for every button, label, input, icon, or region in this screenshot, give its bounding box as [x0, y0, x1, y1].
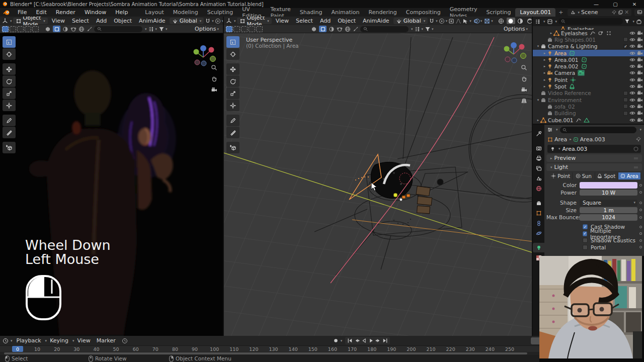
id-name-field[interactable]: ▾ Area.003 [547, 145, 641, 153]
render-visibility-toggle[interactable] [637, 90, 643, 96]
render-visibility-toggle[interactable] [637, 63, 643, 69]
animate-decorator[interactable] [639, 246, 642, 248]
tool-select-box[interactable] [3, 36, 16, 48]
viewport-menu-view[interactable]: View [273, 18, 292, 24]
workspace-tab-active[interactable]: Layout.001 [515, 8, 555, 17]
hide-toggle[interactable] [629, 104, 635, 110]
checkbox-multiple-importance[interactable]: ✓ [583, 231, 587, 236]
workspace-tab[interactable]: Animation [327, 8, 364, 17]
monkey-toggle[interactable] [337, 26, 343, 32]
menu-edit[interactable]: Edit [31, 9, 51, 16]
menu-window[interactable]: Window [80, 9, 111, 16]
light-type-spot[interactable]: Spot [595, 172, 618, 179]
tool-measure[interactable] [3, 127, 16, 138]
hide-toggle[interactable] [629, 30, 635, 36]
workspace-tab[interactable]: Shading [295, 8, 327, 17]
render-visibility-toggle[interactable] [637, 83, 643, 89]
snap-toggle[interactable]: ▾ [429, 18, 438, 24]
jump-last-button[interactable] [382, 337, 388, 344]
select-mode-0[interactable] [2, 26, 9, 32]
transform-orientation[interactable]: Global▾ [393, 18, 428, 24]
outliner-row[interactable]: sofa_02 [533, 103, 644, 110]
filter-toggle[interactable]: ▾ [158, 26, 168, 32]
properties-tab-render[interactable] [533, 143, 544, 153]
outliner-row[interactable]: Rig Shapes.001 [533, 36, 644, 43]
show-gizmos-toggle[interactable]: ▾ [462, 18, 471, 24]
hide-toggle[interactable] [629, 97, 635, 103]
hide-toggle[interactable] [629, 77, 635, 83]
max-bounces-field[interactable]: 1024 [580, 214, 637, 221]
new-collection-icon[interactable] [636, 19, 642, 25]
proportional-objects-toggle[interactable] [448, 18, 454, 24]
outliner-row[interactable]: ▸Spot [533, 83, 644, 89]
tool-move[interactable] [3, 63, 16, 75]
outliner-row[interactable]: Building [533, 110, 644, 117]
mode-selector[interactable]: Object Mode▾ [13, 18, 48, 24]
shading-rendered[interactable] [526, 18, 532, 24]
filter-toggle[interactable]: ▾ [425, 26, 434, 32]
exclude-checkbox[interactable] [623, 91, 628, 96]
shading-material-preview[interactable] [516, 18, 525, 24]
xray-toggle[interactable]: ▾ [484, 18, 493, 24]
fake-user-icon[interactable] [633, 146, 638, 151]
snap-toggle[interactable]: ▾ [205, 18, 214, 24]
workspace-tab[interactable]: Modeling [169, 8, 203, 17]
viewport-menu-add[interactable]: Add [317, 18, 334, 24]
outliner-row[interactable]: ▾Environment [533, 97, 644, 103]
hide-toggle[interactable] [629, 110, 635, 116]
expand-arrow[interactable]: ▸ [549, 31, 553, 35]
options-menu[interactable]: Options▾ [195, 26, 219, 32]
pan-view-icon[interactable] [521, 75, 527, 82]
workspace-tab[interactable]: Scripting [482, 8, 516, 17]
outliner-row[interactable]: ▸Cube.001 [533, 117, 644, 123]
select-mode-3[interactable] [25, 26, 31, 32]
scene-selector[interactable]: ▾ Scene ✕ [568, 9, 632, 16]
zoom-view-icon[interactable] [521, 64, 527, 71]
square-select-toggle[interactable] [53, 26, 60, 32]
sphere-half-toggle[interactable] [62, 26, 68, 32]
display-mode-toggle[interactable]: ▾ [415, 26, 424, 32]
animate-decorator[interactable] [639, 202, 642, 204]
outliner-row[interactable]: Video Reference [533, 90, 644, 97]
outliner-row[interactable]: ▸Area.002 [533, 63, 644, 69]
animate-decorator[interactable] [639, 191, 642, 194]
select-mode-2[interactable] [241, 26, 248, 32]
tool-measure[interactable] [226, 127, 239, 138]
render-visibility-toggle[interactable] [637, 50, 643, 56]
tool-cursor[interactable] [3, 48, 16, 60]
workspace-tab[interactable]: Compositing [401, 8, 445, 17]
hide-toggle[interactable] [629, 90, 635, 96]
checkbox-shadow-caustics[interactable] [583, 238, 588, 243]
timeline-menu-view[interactable]: View [74, 337, 94, 344]
expand-arrow[interactable]: ▸ [542, 78, 547, 82]
hide-toggle[interactable] [629, 50, 635, 56]
brush-toggle[interactable] [353, 26, 359, 32]
prev-keyframe-button[interactable] [354, 337, 360, 344]
outliner-row[interactable]: ▸Area [533, 50, 644, 56]
expand-arrow[interactable]: ▾ [536, 98, 540, 102]
hide-toggle[interactable] [629, 43, 635, 49]
minimize-button[interactable]: — [587, 0, 606, 8]
tool-transform[interactable] [3, 100, 16, 111]
workspace-tab[interactable]: Layout [140, 8, 168, 17]
render-visibility-toggle[interactable] [637, 117, 643, 123]
animate-decorator[interactable] [639, 226, 642, 228]
tool-select-box[interactable] [226, 36, 239, 48]
exclude-checkbox[interactable] [623, 104, 628, 109]
light-color-swatch[interactable] [580, 182, 637, 189]
properties-tab-view-layer[interactable] [533, 163, 544, 173]
mode-selector[interactable]: Object Mode▾ [237, 18, 272, 24]
properties-options-icon[interactable]: ▾ [639, 128, 641, 132]
auto-keying-icon[interactable] [333, 337, 339, 344]
brush-toggle[interactable] [87, 26, 93, 32]
properties-search-input[interactable] [560, 127, 637, 133]
square-select-toggle[interactable] [319, 26, 327, 32]
select-mode-1[interactable] [10, 26, 16, 32]
tool-move[interactable] [226, 63, 239, 75]
jump-first-button[interactable] [347, 337, 353, 344]
scrollbar-handle[interactable] [4, 352, 527, 354]
tool-annotate[interactable] [226, 115, 239, 126]
render-visibility-toggle[interactable] [637, 30, 643, 36]
breadcrumb-data[interactable]: Area.003 [580, 136, 605, 143]
properties-tab-physics[interactable] [533, 228, 544, 238]
